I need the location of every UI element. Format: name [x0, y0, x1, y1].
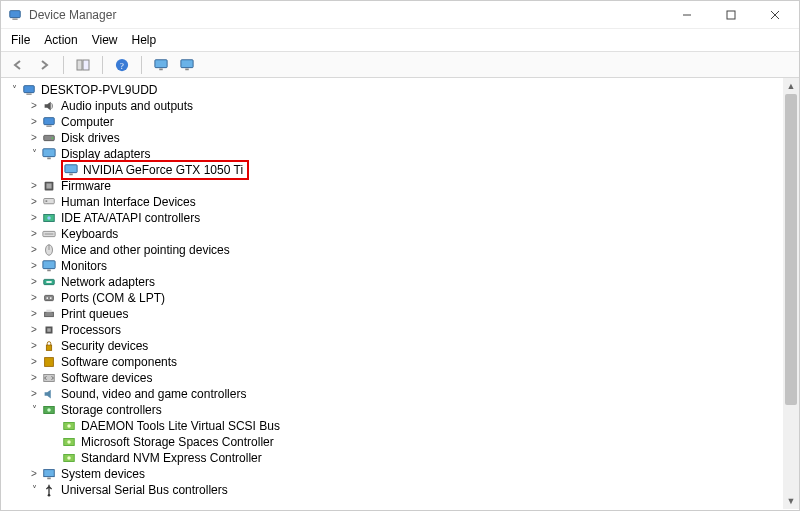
expander-icon[interactable]: >	[27, 354, 41, 370]
tree-node-label: Universal Serial Bus controllers	[61, 482, 228, 498]
firmware-icon	[41, 179, 57, 193]
expander-icon[interactable]: >	[27, 274, 41, 290]
tree-node[interactable]: >Human Interface Devices	[5, 194, 783, 210]
tree-node[interactable]: ˅Universal Serial Bus controllers	[5, 482, 783, 498]
expander-icon[interactable]: >	[27, 370, 41, 386]
expander-icon[interactable]: ˅	[27, 482, 41, 498]
device-tree[interactable]: ˅DESKTOP-PVL9UDD>Audio inputs and output…	[1, 78, 783, 499]
display-icon	[41, 147, 57, 161]
tree-node[interactable]: >Processors	[5, 322, 783, 338]
tree-node[interactable]: >Computer	[5, 114, 783, 130]
system-icon	[41, 467, 57, 481]
expander-icon[interactable]: >	[27, 178, 41, 194]
toolbar-scan-hardware[interactable]	[150, 55, 172, 75]
expander-icon[interactable]: >	[27, 210, 41, 226]
expander-icon[interactable]: >	[27, 386, 41, 402]
tree-node-label: Firmware	[61, 178, 111, 194]
mouse-icon	[41, 243, 57, 257]
content-area: ˅DESKTOP-PVL9UDD>Audio inputs and output…	[1, 78, 799, 509]
tree-node[interactable]: >Firmware	[5, 178, 783, 194]
toolbar-help[interactable]	[111, 55, 133, 75]
tree-node-label: Sound, video and game controllers	[61, 386, 246, 402]
menu-view[interactable]: View	[92, 33, 118, 47]
svg-rect-38	[727, 11, 735, 19]
menu-file[interactable]: File	[11, 33, 30, 47]
tree-node[interactable]: >Software devices	[5, 370, 783, 386]
toolbar-showhide[interactable]	[72, 55, 94, 75]
expander-icon[interactable]: ˅	[27, 402, 41, 418]
tree-node-label: Storage controllers	[61, 402, 162, 418]
expander-icon[interactable]: >	[27, 258, 41, 274]
tree-node[interactable]: ˅Storage controllers	[5, 402, 783, 418]
ports-icon	[41, 291, 57, 305]
usb-icon	[41, 483, 57, 497]
menu-action[interactable]: Action	[44, 33, 77, 47]
tree-node[interactable]: >Security devices	[5, 338, 783, 354]
tree-node[interactable]: >Sound, video and game controllers	[5, 386, 783, 402]
expander-icon[interactable]: >	[27, 98, 41, 114]
monitor2-icon	[180, 58, 194, 72]
tree-node[interactable]: DAEMON Tools Lite Virtual SCSI Bus	[5, 418, 783, 434]
expander-icon[interactable]: >	[27, 114, 41, 130]
expander-icon[interactable]: ˅	[7, 82, 21, 98]
scroll-thumb[interactable]	[785, 94, 797, 405]
tree-node-label: DAEMON Tools Lite Virtual SCSI Bus	[81, 418, 280, 434]
scroll-up-arrow-icon[interactable]: ▲	[783, 78, 799, 94]
tree-node[interactable]: >Keyboards	[5, 226, 783, 242]
tree-node[interactable]: >Monitors	[5, 258, 783, 274]
toolbar-back[interactable]	[7, 55, 29, 75]
tree-node[interactable]: Microsoft Storage Spaces Controller	[5, 434, 783, 450]
expander-icon[interactable]: >	[27, 466, 41, 482]
tree-node-label: Print queues	[61, 306, 128, 322]
tree-node[interactable]: Standard NVM Express Controller	[5, 450, 783, 466]
tree-node[interactable]: >Mice and other pointing devices	[5, 242, 783, 258]
tree-node-label: Software components	[61, 354, 177, 370]
monitor-icon	[154, 58, 168, 72]
vertical-scrollbar[interactable]: ▲ ▼	[783, 78, 799, 509]
toolbar	[1, 52, 799, 78]
tree-node[interactable]: NVIDIA GeForce GTX 1050 Ti	[5, 162, 783, 178]
expander-icon[interactable]: >	[27, 290, 41, 306]
tree-node-label: IDE ATA/ATAPI controllers	[61, 210, 200, 226]
tree-node[interactable]: AMD USB 3.0 eXtensible Host Controller -…	[5, 498, 783, 499]
tree-node-label: Security devices	[61, 338, 148, 354]
scroll-down-arrow-icon[interactable]: ▼	[783, 493, 799, 509]
keyboard-icon	[41, 227, 57, 241]
tree-node[interactable]: >Disk drives	[5, 130, 783, 146]
expander-icon[interactable]: ˅	[27, 146, 41, 162]
expander-icon[interactable]: >	[27, 226, 41, 242]
computer-cat-icon	[41, 115, 57, 129]
storage-dev-icon	[61, 451, 77, 465]
tree-node-label: Audio inputs and outputs	[61, 98, 193, 114]
toolbar-devices-by-type[interactable]	[176, 55, 198, 75]
tree-node[interactable]: >System devices	[5, 466, 783, 482]
computer-icon	[21, 83, 37, 97]
tree-node-label: Human Interface Devices	[61, 194, 196, 210]
softcomp-icon	[41, 355, 57, 369]
toolbar-forward[interactable]	[33, 55, 55, 75]
maximize-button[interactable]	[709, 1, 753, 29]
minimize-icon	[682, 10, 692, 20]
tree-node[interactable]: >Network adapters	[5, 274, 783, 290]
expander-icon[interactable]: >	[27, 306, 41, 322]
expander-icon[interactable]: >	[27, 322, 41, 338]
minimize-button[interactable]	[665, 1, 709, 29]
disk-icon	[41, 131, 57, 145]
tree-node[interactable]: >Software components	[5, 354, 783, 370]
expander-icon[interactable]: >	[27, 242, 41, 258]
tree-node[interactable]: >Audio inputs and outputs	[5, 98, 783, 114]
menu-help[interactable]: Help	[132, 33, 157, 47]
tree-node[interactable]: >IDE ATA/ATAPI controllers	[5, 210, 783, 226]
expander-icon[interactable]: >	[27, 194, 41, 210]
tree-node[interactable]: >Print queues	[5, 306, 783, 322]
toolbar-separator	[102, 56, 103, 74]
tree-node[interactable]: ˅DESKTOP-PVL9UDD	[5, 82, 783, 98]
tree-node-label: AMD USB 3.0 eXtensible Host Controller -…	[81, 498, 386, 499]
network-icon	[41, 275, 57, 289]
tree-node[interactable]: >Ports (COM & LPT)	[5, 290, 783, 306]
expander-icon[interactable]: >	[27, 338, 41, 354]
scroll-track[interactable]	[783, 94, 799, 493]
toolbar-separator	[63, 56, 64, 74]
expander-icon[interactable]: >	[27, 130, 41, 146]
close-button[interactable]	[753, 1, 797, 29]
